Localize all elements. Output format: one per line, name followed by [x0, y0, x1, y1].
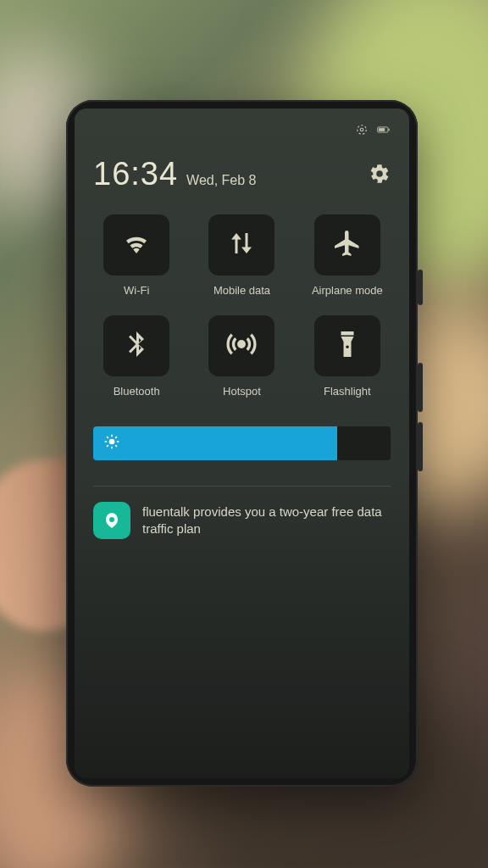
device-frame: 16:34 Wed, Feb 8 Wi-Fi: [66, 100, 418, 787]
battery-icon: [377, 124, 391, 139]
flashlight-label: Flashlight: [324, 385, 371, 398]
wifi-tile[interactable]: [103, 214, 169, 275]
svg-point-0: [360, 128, 363, 131]
notification-app-icon: [93, 502, 130, 539]
hotspot-icon: [226, 329, 257, 363]
hotspot-label: Hotspot: [223, 385, 261, 398]
settings-button[interactable]: [369, 163, 391, 188]
side-button: [418, 270, 423, 305]
brightness-slider[interactable]: [93, 426, 391, 460]
svg-line-14: [115, 437, 117, 438]
bluetooth-icon: [121, 329, 152, 363]
mobile-data-label: Mobile data: [214, 284, 270, 297]
side-button: [418, 422, 423, 471]
quick-tiles-grid: Wi-Fi Mobile data Airplane mode: [93, 214, 391, 398]
notification-text: fluentalk provides you a two-year free d…: [142, 504, 391, 538]
quick-settings-panel: 16:34 Wed, Feb 8 Wi-Fi: [75, 108, 409, 778]
divider: [93, 486, 391, 487]
wifi-icon: [121, 228, 152, 262]
mobile-data-icon: [226, 228, 257, 262]
date-label: Wed, Feb 8: [186, 173, 256, 188]
svg-point-6: [109, 439, 115, 445]
svg-rect-4: [379, 128, 385, 131]
clock-time: 16:34: [93, 156, 178, 192]
airplane-mode-tile[interactable]: [314, 214, 380, 275]
mobile-data-tile[interactable]: [208, 214, 274, 275]
brightness-icon: [103, 433, 120, 453]
notification-item[interactable]: fluentalk provides you a two-year free d…: [93, 500, 391, 541]
airplane-label: Airplane mode: [312, 284, 383, 297]
svg-point-1: [358, 125, 367, 135]
flashlight-tile[interactable]: [314, 315, 380, 376]
side-button: [418, 363, 423, 412]
bluetooth-tile[interactable]: [103, 315, 169, 376]
svg-rect-3: [389, 129, 390, 131]
svg-line-11: [107, 437, 108, 438]
airplane-icon: [332, 228, 363, 262]
flashlight-icon: [332, 329, 363, 363]
svg-point-5: [239, 342, 245, 348]
wifi-label: Wi-Fi: [124, 284, 149, 297]
signal-icon: [355, 124, 369, 139]
hotspot-tile[interactable]: [208, 315, 274, 376]
bluetooth-label: Bluetooth: [114, 385, 160, 398]
svg-line-12: [115, 445, 117, 447]
svg-line-13: [107, 445, 108, 447]
status-bar: [93, 124, 391, 139]
brightness-fill: [93, 426, 337, 460]
